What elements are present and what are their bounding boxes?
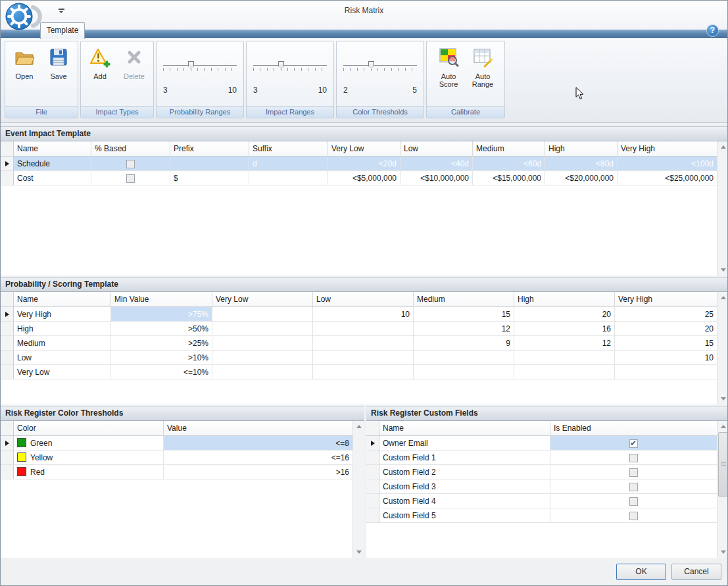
event-impact-row-cost[interactable]: Cost $ <$5,000,000 <$10,000,000 <$15,000…	[1, 171, 717, 185]
column-header-high[interactable]: High	[545, 141, 618, 157]
cell-high[interactable]: <$20,000,000	[545, 171, 618, 185]
auto-range-button[interactable]: Auto Range	[466, 45, 499, 90]
cell-pct-based[interactable]	[91, 157, 170, 171]
score-cell[interactable]: 20	[514, 307, 615, 322]
row-selector[interactable]	[1, 307, 14, 322]
row-selector[interactable]	[1, 171, 14, 185]
is-enabled-checkbox[interactable]	[629, 439, 638, 448]
column-header-very-high[interactable]: Very High	[615, 292, 717, 307]
custom-field-row-1[interactable]: Custom Field 1	[366, 451, 717, 465]
score-cell[interactable]: 10	[615, 351, 717, 365]
score-cell[interactable]: 12	[514, 336, 615, 351]
row-selector[interactable]	[1, 351, 14, 365]
cell-min-value[interactable]: <=10%	[111, 365, 212, 379]
score-cell[interactable]: 2	[212, 351, 313, 365]
cell-name[interactable]: Medium	[14, 336, 111, 351]
scroll-up-button[interactable]	[717, 292, 728, 303]
column-header-suffix[interactable]: Suffix	[249, 141, 328, 157]
custom-field-row-3[interactable]: Custom Field 3	[366, 479, 717, 494]
open-button[interactable]: Open	[8, 45, 41, 82]
cell-color[interactable]: Red	[14, 465, 164, 479]
score-cell[interactable]: 4	[514, 365, 615, 379]
column-header-medium[interactable]: Medium	[473, 141, 545, 157]
score-cell[interactable]: 5	[212, 307, 313, 322]
custom-field-row-4[interactable]: Custom Field 4	[366, 494, 717, 508]
row-selector[interactable]	[1, 436, 14, 451]
score-cell[interactable]: 3	[212, 336, 313, 351]
scroll-down-button[interactable]	[717, 547, 728, 558]
scrollbar-thumb[interactable]	[718, 432, 728, 497]
score-cell[interactable]: 6	[313, 336, 414, 351]
score-cell[interactable]: 8	[313, 322, 414, 336]
column-header-value[interactable]: Value	[164, 421, 353, 436]
cell-suffix[interactable]	[249, 171, 328, 185]
custom-field-row-5[interactable]: Custom Field 5	[366, 508, 717, 523]
slider-track[interactable]	[343, 65, 417, 66]
scroll-up-button[interactable]	[353, 421, 364, 432]
probability-ranges-slider[interactable]: 3 10	[157, 41, 243, 95]
row-selector[interactable]	[1, 451, 14, 465]
probability-row-high[interactable]: High >50% 4 8 12 16 20	[1, 322, 717, 336]
cell-name[interactable]: Owner Email	[379, 436, 550, 451]
cell-is-enabled[interactable]	[550, 451, 717, 465]
cell-medium[interactable]: <$15,000,000	[473, 171, 545, 185]
score-cell[interactable]: 5	[615, 365, 717, 379]
cell-low[interactable]: <40d	[400, 157, 473, 171]
cell-prefix[interactable]	[170, 157, 249, 171]
cell-very-high[interactable]: <$25,000,000	[618, 171, 717, 185]
cell-value[interactable]: >16	[164, 465, 353, 479]
is-enabled-checkbox[interactable]	[629, 497, 638, 506]
ok-button[interactable]: OK	[616, 564, 666, 580]
row-selector[interactable]	[366, 451, 379, 465]
cell-medium[interactable]: <60d	[473, 157, 545, 171]
score-cell[interactable]: 2	[313, 365, 414, 379]
row-selector[interactable]	[1, 336, 14, 351]
cell-name[interactable]: Custom Field 1	[379, 451, 550, 465]
cell-very-high[interactable]: <100d	[618, 157, 717, 171]
column-header-very-low[interactable]: Very Low	[328, 141, 400, 157]
slider-track[interactable]	[253, 65, 327, 66]
score-cell[interactable]: 9	[414, 336, 514, 351]
column-header-high[interactable]: High	[514, 292, 615, 307]
cell-name[interactable]: High	[14, 322, 111, 336]
probability-row-very-low[interactable]: Very Low <=10% 1 2 3 4 5	[1, 365, 717, 379]
is-enabled-checkbox[interactable]	[629, 483, 638, 491]
threshold-row-yellow[interactable]: Yellow <=16	[1, 451, 353, 465]
cell-is-enabled[interactable]	[550, 508, 717, 523]
score-cell[interactable]: 12	[414, 322, 514, 336]
score-cell[interactable]: 6	[414, 351, 514, 365]
is-enabled-checkbox[interactable]	[629, 454, 638, 462]
row-selector[interactable]	[1, 465, 14, 479]
scroll-down-button[interactable]	[717, 264, 728, 276]
cell-name[interactable]: Very High	[14, 307, 111, 322]
cell-min-value[interactable]: >50%	[111, 322, 212, 336]
score-cell[interactable]: 8	[514, 351, 615, 365]
cell-min-value[interactable]: >10%	[111, 351, 212, 365]
cell-is-enabled[interactable]	[550, 436, 717, 451]
cell-color[interactable]: Yellow	[14, 451, 164, 465]
help-button[interactable]: ?	[706, 24, 719, 37]
cell-very-low[interactable]: <20d	[328, 157, 400, 171]
cell-name[interactable]: Custom Field 2	[379, 465, 550, 479]
row-selector[interactable]	[366, 479, 379, 494]
cell-min-value[interactable]: >75%	[111, 307, 212, 322]
cancel-button[interactable]: Cancel	[671, 564, 721, 580]
cell-prefix[interactable]: $	[170, 171, 249, 185]
row-selector[interactable]	[1, 322, 14, 336]
score-cell[interactable]: 20	[615, 322, 717, 336]
score-cell[interactable]: 15	[414, 307, 514, 322]
pct-based-checkbox[interactable]	[126, 174, 135, 183]
slider-track[interactable]	[163, 65, 237, 66]
impact-ranges-slider[interactable]: 3 10	[247, 41, 333, 95]
column-header-name[interactable]: Name	[14, 292, 111, 307]
cell-name[interactable]: Very Low	[14, 365, 111, 379]
cell-low[interactable]: <$10,000,000	[400, 171, 473, 185]
probability-row-very-high[interactable]: Very High >75% 5 10 15 20 25	[1, 307, 717, 322]
cell-name[interactable]: Low	[14, 351, 111, 365]
cell-min-value[interactable]: >25%	[111, 336, 212, 351]
cell-name[interactable]: Custom Field 5	[379, 508, 550, 523]
scroll-up-button[interactable]	[717, 421, 728, 432]
cell-very-low[interactable]: <$5,000,000	[328, 171, 400, 185]
column-header-min-value[interactable]: Min Value	[111, 292, 212, 307]
column-header-prefix[interactable]: Prefix	[170, 141, 249, 157]
